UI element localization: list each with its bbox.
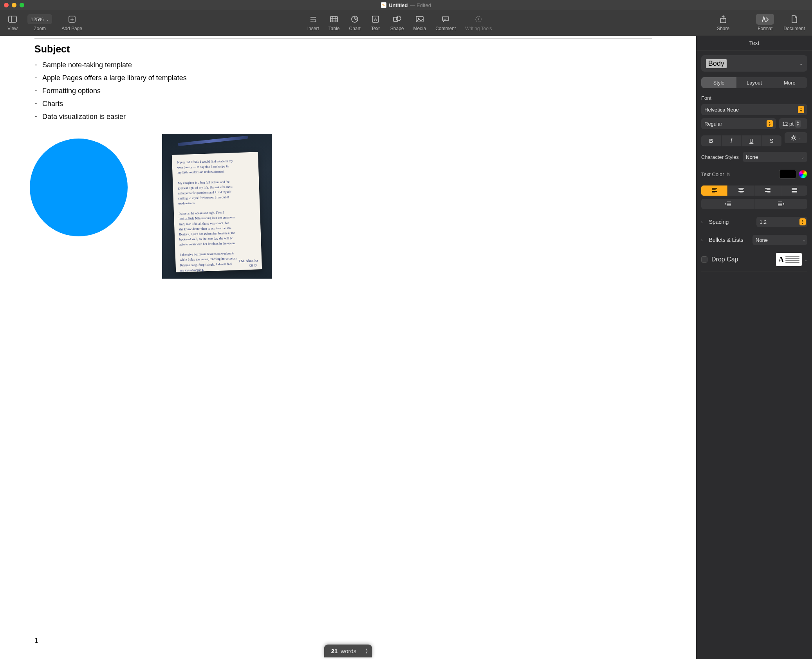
align-right-button[interactable]: [754, 185, 781, 196]
photo-paper: Never did I think I would find solace in…: [172, 152, 262, 272]
svg-rect-8: [330, 16, 337, 22]
close-window-button[interactable]: [4, 3, 9, 7]
underline-button[interactable]: U: [742, 135, 762, 146]
strikethrough-button[interactable]: S: [762, 135, 782, 146]
svg-rect-18: [393, 17, 398, 22]
advanced-font-button[interactable]: ⌄: [785, 132, 807, 143]
media-button[interactable]: Media: [410, 12, 430, 36]
font-size-input[interactable]: 12 pt ▲▼: [779, 118, 807, 129]
spacing-select[interactable]: 1.2 ▲▼: [756, 217, 807, 227]
photo-class-label: XII 'D': [249, 263, 257, 267]
document-label: Document: [783, 26, 805, 31]
document-icon: ✎: [381, 2, 386, 8]
word-count-number: 21: [331, 648, 338, 654]
zoom-control[interactable]: 125% ⌄ Zoom: [23, 12, 56, 36]
list-item[interactable]: Apple Pages offers a large library of te…: [34, 72, 652, 85]
subject-heading[interactable]: Subject: [34, 43, 652, 55]
spacing-label: Spacing: [709, 219, 752, 225]
stepper-icon[interactable]: ▲▼: [795, 120, 801, 128]
character-styles-select[interactable]: None ⌄: [743, 152, 807, 162]
spacing-row[interactable]: › Spacing 1.2 ▲▼: [701, 217, 807, 227]
text-align-segment: [701, 185, 807, 196]
view-button[interactable]: View: [3, 12, 22, 36]
window-controls: [4, 3, 24, 7]
list-item[interactable]: Data visualization is easier: [34, 110, 652, 123]
blue-circle-shape[interactable]: [30, 139, 128, 236]
chart-button[interactable]: Chart: [345, 12, 364, 36]
word-count-pill[interactable]: 21 words ▲▼: [324, 645, 372, 657]
bullets-label: Bullets & Lists: [709, 237, 749, 243]
table-button[interactable]: Table: [325, 12, 344, 36]
photo-signature: T.M. Akonika: [238, 258, 258, 263]
increase-indent-button[interactable]: [754, 199, 807, 209]
chevron-down-icon: ⌄: [801, 155, 804, 159]
align-center-button[interactable]: [728, 185, 754, 196]
tab-more[interactable]: More: [772, 77, 807, 88]
tab-layout[interactable]: Layout: [736, 77, 772, 88]
italic-button[interactable]: I: [722, 135, 742, 146]
main-area: Subject Sample note-taking template Appl…: [0, 36, 812, 659]
character-styles-value: None: [746, 154, 758, 160]
bullets-select[interactable]: None ⌄: [752, 235, 807, 245]
text-color-swatch[interactable]: [779, 170, 796, 178]
shape-button[interactable]: Shape: [386, 12, 408, 36]
svg-marker-41: [725, 203, 726, 205]
svg-line-34: [795, 139, 796, 140]
disclosure-caret-icon: ›: [701, 238, 703, 242]
zoom-value: 125%: [31, 16, 43, 22]
chevron-down-icon: ⌄: [802, 238, 806, 243]
align-left-button[interactable]: [701, 185, 728, 196]
page-number: 1: [34, 637, 38, 645]
character-styles-label: Character Styles: [701, 154, 739, 160]
add-page-button[interactable]: Add Page: [58, 12, 86, 36]
svg-line-36: [795, 136, 796, 137]
font-family-select[interactable]: Helvetica Neue ▲▼: [701, 104, 807, 115]
paragraph-style-select[interactable]: Body ⌄: [701, 55, 807, 72]
decrease-indent-button[interactable]: [701, 199, 754, 209]
svg-line-35: [792, 139, 792, 140]
font-weight-select[interactable]: Regular ▲▼: [701, 118, 776, 129]
bullet-list[interactable]: Sample note-taking template Apple Pages …: [34, 59, 652, 123]
color-wheel-button[interactable]: [799, 170, 807, 178]
inspector-tabs: Style Layout More: [701, 77, 807, 88]
bold-button[interactable]: B: [701, 135, 722, 146]
shape-label: Shape: [390, 26, 404, 31]
media-label: Media: [413, 26, 426, 31]
bullets-row[interactable]: › Bullets & Lists None ⌄: [701, 235, 807, 245]
list-item[interactable]: Charts: [34, 97, 652, 110]
format-button[interactable]: Format: [752, 12, 778, 36]
comment-label: Comment: [435, 26, 456, 31]
text-button[interactable]: A Text: [366, 12, 385, 36]
page: Subject Sample note-taking template Appl…: [0, 36, 696, 659]
chevron-down-icon: ⌄: [799, 61, 803, 66]
document-button[interactable]: Document: [780, 12, 809, 36]
fullscreen-window-button[interactable]: [20, 3, 24, 7]
tab-style[interactable]: Style: [701, 77, 736, 88]
format-label: Format: [758, 26, 772, 31]
font-style-segment: B I U S: [701, 135, 781, 146]
svg-rect-20: [416, 16, 423, 22]
insert-button[interactable]: Insert: [303, 12, 323, 36]
svg-marker-46: [783, 203, 784, 205]
chart-label: Chart: [349, 26, 360, 31]
svg-line-33: [792, 136, 792, 137]
word-count-stepper-icon[interactable]: ▲▼: [365, 648, 368, 654]
list-item[interactable]: Sample note-taking template: [34, 59, 652, 72]
comment-button[interactable]: Comment: [431, 12, 460, 36]
text-color-label: Text Color: [701, 171, 724, 177]
document-edited-indicator: — Edited: [410, 2, 431, 8]
document-canvas[interactable]: Subject Sample note-taking template Appl…: [0, 36, 696, 659]
zoom-label: Zoom: [34, 26, 46, 31]
align-justify-button[interactable]: [781, 185, 807, 196]
list-item[interactable]: Formatting options: [34, 85, 652, 97]
minimize-window-button[interactable]: [12, 3, 16, 7]
dropcap-preview-button[interactable]: A: [776, 253, 802, 266]
spacing-value: 1.2: [760, 219, 767, 225]
writing-tools-button[interactable]: Writing Tools: [461, 12, 496, 36]
titlebar: ✎ Untitled — Edited: [0, 0, 812, 10]
dropcap-checkbox[interactable]: [701, 256, 707, 263]
dropcap-label: Drop Cap: [711, 256, 738, 263]
document-name: Untitled: [389, 2, 408, 8]
share-button[interactable]: Share: [713, 12, 733, 36]
inserted-photo[interactable]: Never did I think I would find solace in…: [162, 134, 272, 279]
